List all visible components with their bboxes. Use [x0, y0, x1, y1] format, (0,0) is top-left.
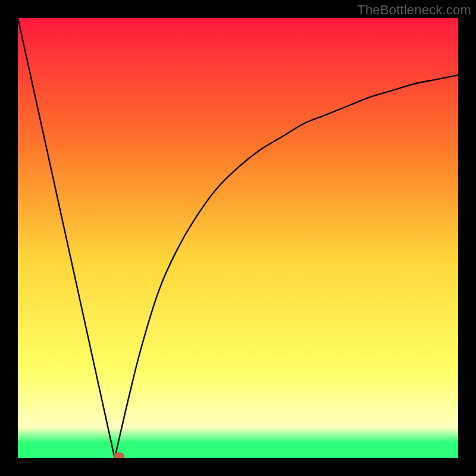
gradient-background — [18, 18, 458, 458]
chart-frame — [18, 18, 458, 458]
attribution-text: TheBottleneck.com — [357, 2, 471, 18]
bottleneck-chart — [18, 18, 458, 458]
